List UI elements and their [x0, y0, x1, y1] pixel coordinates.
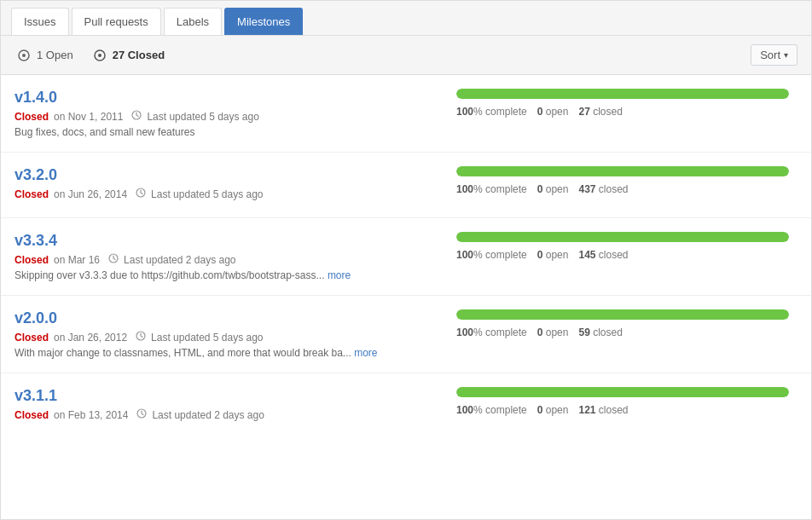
milestone-closed-icon	[94, 49, 106, 61]
milestone-right: 100% complete 0 open 59 closed	[456, 309, 798, 338]
progress-bar-wrap	[456, 309, 789, 320]
progress-pct: 100% complete	[456, 183, 527, 195]
milestone-updated: Last updated 5 days ago	[151, 188, 263, 200]
milestone-updated: Last updated 2 days ago	[152, 409, 264, 421]
progress-bar-fill	[456, 387, 789, 397]
milestone-date: on Jan 26, 2012	[54, 332, 127, 344]
milestone-item: v3.1.1 Closed on Feb 13, 2014 Last updat…	[1, 373, 811, 438]
filter-closed-button[interactable]: 27 Closed	[90, 47, 168, 63]
open-count: 0 open	[537, 183, 569, 195]
milestone-right: 100% complete 0 open 121 closed	[456, 387, 798, 416]
progress-bar-wrap	[456, 166, 789, 176]
closed-count: 59 closed	[578, 326, 622, 338]
closed-count: 145 closed	[578, 249, 628, 261]
milestone-left: v3.1.1 Closed on Feb 13, 2014 Last updat…	[14, 387, 456, 425]
tab-issues[interactable]: Issues	[11, 8, 69, 35]
milestone-description: Bug fixes, docs, and small new features	[14, 126, 436, 138]
milestone-more-link[interactable]: more	[328, 269, 351, 281]
progress-pct: 100% complete	[456, 326, 527, 338]
progress-stats: 100% complete 0 open 121 closed	[456, 404, 629, 416]
clock-icon	[108, 253, 119, 266]
svg-point-1	[22, 54, 26, 57]
filter-left: 1 Open 27 Closed	[14, 47, 168, 63]
milestone-meta: Closed on Jan 26, 2012 Last updated 5 da…	[14, 331, 436, 344]
progress-pct: 100% complete	[456, 404, 527, 416]
closed-count: 27 closed	[578, 106, 622, 118]
open-count: 0 open	[537, 326, 569, 338]
closed-count: 437 closed	[578, 183, 628, 195]
milestones-list: v1.4.0 Closed on Nov 1, 2011 Last update…	[1, 75, 811, 438]
milestone-item: v3.2.0 Closed on Jun 26, 2014 Last updat…	[1, 153, 811, 218]
closed-count: 121 closed	[578, 404, 628, 416]
milestone-title[interactable]: v2.0.0	[14, 309, 436, 327]
filter-open-button[interactable]: 1 Open	[14, 47, 77, 63]
milestone-date: on Nov 1, 2011	[54, 111, 123, 123]
clock-icon	[136, 188, 146, 200]
open-count: 0 open	[537, 106, 569, 118]
clock-icon	[136, 408, 147, 421]
milestone-status: Closed	[14, 332, 49, 344]
page-wrapper: Issues Pull requests Labels Milestones 1…	[0, 0, 812, 520]
milestone-right: 100% complete 0 open 437 closed	[456, 166, 798, 195]
milestone-left: v2.0.0 Closed on Jan 26, 2012 Last updat…	[14, 309, 456, 359]
milestone-left: v3.2.0 Closed on Jun 26, 2014 Last updat…	[14, 166, 456, 204]
milestone-updated: Last updated 5 days ago	[147, 111, 258, 123]
milestone-title[interactable]: v1.4.0	[14, 89, 436, 107]
tab-pull-requests[interactable]: Pull requests	[72, 8, 161, 35]
clock-icon	[131, 110, 142, 123]
milestone-updated: Last updated 2 days ago	[124, 254, 235, 266]
milestone-item: v1.4.0 Closed on Nov 1, 2011 Last update…	[1, 75, 811, 153]
milestone-left: v3.3.4 Closed on Mar 16 Last updated 2 d…	[14, 232, 456, 281]
sort-dropdown-icon: ▾	[784, 50, 788, 60]
milestone-more-link[interactable]: more	[354, 347, 377, 359]
milestone-date: on Feb 13, 2014	[54, 409, 128, 421]
clock-icon	[136, 331, 146, 344]
milestone-status: Closed	[14, 409, 49, 421]
milestone-meta: Closed on Feb 13, 2014 Last updated 2 da…	[14, 408, 436, 421]
filter-bar: 1 Open 27 Closed Sort ▾	[1, 36, 811, 75]
progress-bar-wrap	[456, 232, 789, 242]
progress-bar-wrap	[456, 387, 789, 397]
progress-stats: 100% complete 0 open 59 closed	[456, 326, 623, 338]
milestone-status: Closed	[14, 254, 49, 266]
progress-stats: 100% complete 0 open 437 closed	[456, 183, 629, 195]
tab-milestones[interactable]: Milestones	[224, 8, 303, 35]
milestone-meta: Closed on Jun 26, 2014 Last updated 5 da…	[14, 188, 436, 200]
milestone-updated: Last updated 5 days ago	[151, 332, 263, 344]
progress-bar-fill	[456, 232, 789, 242]
svg-point-3	[98, 54, 102, 57]
sort-button[interactable]: Sort ▾	[751, 44, 798, 66]
progress-bar-fill	[456, 309, 789, 320]
milestone-title[interactable]: v3.3.4	[14, 232, 436, 250]
milestone-title[interactable]: v3.2.0	[14, 166, 436, 184]
milestone-status: Closed	[14, 188, 49, 200]
milestone-description: Skipping over v3.3.3 due to https://gith…	[14, 269, 436, 281]
milestone-meta: Closed on Nov 1, 2011 Last updated 5 day…	[14, 110, 436, 123]
progress-pct: 100% complete	[456, 106, 527, 118]
milestone-description: With major change to classnames, HTML, a…	[14, 347, 436, 359]
open-count: 0 open	[537, 249, 569, 261]
milestone-left: v1.4.0 Closed on Nov 1, 2011 Last update…	[14, 89, 456, 138]
progress-pct: 100% complete	[456, 249, 527, 261]
milestone-item: v3.3.4 Closed on Mar 16 Last updated 2 d…	[1, 218, 811, 296]
progress-bar-wrap	[456, 89, 789, 99]
milestone-date: on Mar 16	[54, 254, 100, 266]
tabs-bar: Issues Pull requests Labels Milestones	[1, 1, 811, 36]
milestone-date: on Jun 26, 2014	[54, 188, 127, 200]
milestone-status: Closed	[14, 111, 49, 123]
progress-bar-fill	[456, 166, 789, 176]
open-count: 0 open	[537, 404, 569, 416]
progress-stats: 100% complete 0 open 145 closed	[456, 249, 629, 261]
milestone-right: 100% complete 0 open 27 closed	[456, 89, 798, 118]
milestone-right: 100% complete 0 open 145 closed	[456, 232, 798, 261]
milestone-meta: Closed on Mar 16 Last updated 2 days ago	[14, 253, 436, 266]
milestone-open-icon	[18, 49, 30, 61]
milestone-title[interactable]: v3.1.1	[14, 387, 436, 405]
tab-labels[interactable]: Labels	[164, 8, 222, 35]
progress-bar-fill	[456, 89, 789, 99]
progress-stats: 100% complete 0 open 27 closed	[456, 106, 623, 118]
milestone-item: v2.0.0 Closed on Jan 26, 2012 Last updat…	[1, 296, 811, 373]
